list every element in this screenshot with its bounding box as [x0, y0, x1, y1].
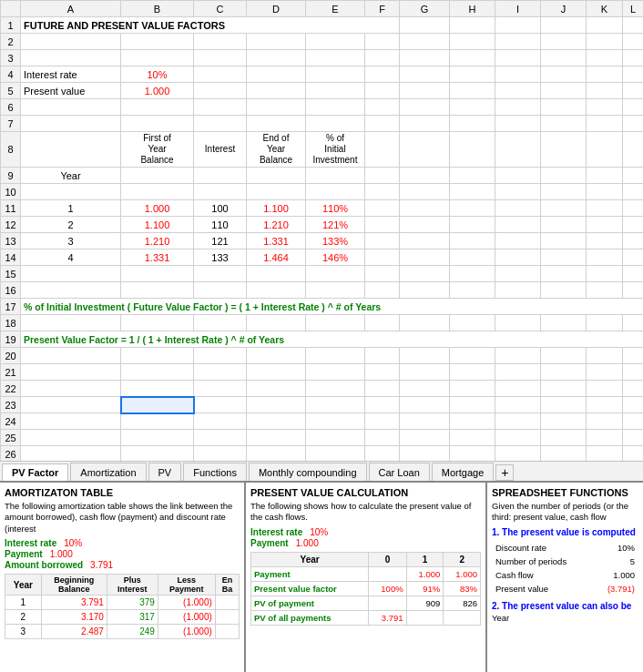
row-header-13[interactable]: 13	[1, 233, 21, 249]
cell-a3[interactable]	[21, 50, 121, 66]
cell-i1[interactable]	[495, 17, 541, 34]
tab-monthly[interactable]: Monthly compounding	[249, 463, 367, 481]
cell-b11[interactable]: 1.000	[121, 200, 194, 217]
cell-e14[interactable]: 146%	[306, 249, 365, 266]
cell-i5[interactable]	[495, 83, 541, 99]
cell-e11[interactable]: 110%	[306, 200, 365, 217]
col-g[interactable]: G	[400, 1, 450, 17]
tab-car-loan[interactable]: Car Loan	[369, 463, 430, 481]
cell-e13[interactable]: 133%	[306, 233, 365, 249]
cell-b3[interactable]	[121, 50, 194, 66]
cell-k3[interactable]	[587, 50, 623, 66]
cell-f4[interactable]	[365, 66, 400, 83]
cell-g4[interactable]	[400, 66, 450, 83]
cell-d5[interactable]	[247, 83, 306, 99]
cell-l3[interactable]	[623, 50, 644, 66]
row-header-14[interactable]: 14	[1, 249, 21, 266]
cell-h1[interactable]	[450, 17, 495, 34]
cell-l1[interactable]	[623, 17, 644, 34]
cell-h4[interactable]	[450, 66, 495, 83]
row-header-8[interactable]: 8	[1, 132, 21, 168]
col-h[interactable]: H	[450, 1, 495, 17]
cell-b12[interactable]: 1.100	[121, 217, 194, 233]
row-header-1[interactable]: 1	[1, 17, 21, 34]
cell-b23[interactable]	[121, 397, 194, 413]
cell-i2[interactable]	[495, 34, 541, 50]
tab-amortization[interactable]: Amortization	[70, 463, 146, 481]
cell-e12[interactable]: 121%	[306, 217, 365, 233]
col-b[interactable]: B	[121, 1, 194, 17]
cell-j3[interactable]	[541, 50, 587, 66]
tab-pv[interactable]: PV	[148, 463, 182, 481]
cell-a9[interactable]: Year	[21, 168, 121, 184]
cell-j5[interactable]	[541, 83, 587, 99]
cell-k1[interactable]	[587, 17, 623, 34]
col-i[interactable]: I	[495, 1, 541, 17]
cell-j4[interactable]	[541, 66, 587, 83]
cell-b14[interactable]: 1.331	[121, 249, 194, 266]
cell-a19[interactable]: Present Value Factor = 1 / ( 1 + Interes…	[21, 331, 644, 348]
cell-i3[interactable]	[495, 50, 541, 66]
cell-c12[interactable]: 110	[194, 217, 247, 233]
col-j[interactable]: J	[541, 1, 587, 17]
cell-d11[interactable]: 1.100	[247, 200, 306, 217]
cell-k2[interactable]	[587, 34, 623, 50]
cell-c13[interactable]: 121	[194, 233, 247, 249]
cell-j2[interactable]	[541, 34, 587, 50]
cell-b13[interactable]: 1.210	[121, 233, 194, 249]
row-header-6[interactable]: 6	[1, 99, 21, 116]
cell-b2[interactable]	[121, 34, 194, 50]
cell-a13[interactable]: 3	[21, 233, 121, 249]
col-f[interactable]: F	[365, 1, 400, 17]
row-header-4[interactable]: 4	[1, 66, 21, 83]
cell-l2[interactable]	[623, 34, 644, 50]
cell-h2[interactable]	[450, 34, 495, 50]
cell-f2[interactable]	[365, 34, 400, 50]
cell-d13[interactable]: 1.331	[247, 233, 306, 249]
cell-c8[interactable]: Interest	[194, 132, 247, 168]
cell-a1[interactable]: FUTURE AND PRESENT VALUE FACTORS	[21, 17, 400, 34]
cell-d12[interactable]: 1.210	[247, 217, 306, 233]
row-header-11[interactable]: 11	[1, 200, 21, 217]
row-header-9[interactable]: 9	[1, 168, 21, 184]
cell-f3[interactable]	[365, 50, 400, 66]
cell-c4[interactable]	[194, 66, 247, 83]
cell-l4[interactable]	[623, 66, 644, 83]
cell-l5[interactable]	[623, 83, 644, 99]
col-a[interactable]: A	[21, 1, 121, 17]
cell-a2[interactable]	[21, 34, 121, 50]
col-e[interactable]: E	[306, 1, 365, 17]
cell-d2[interactable]	[247, 34, 306, 50]
cell-e5[interactable]	[306, 83, 365, 99]
col-d[interactable]: D	[247, 1, 306, 17]
cell-a4[interactable]: Interest rate	[21, 66, 121, 83]
cell-g2[interactable]	[400, 34, 450, 50]
row-header-7[interactable]: 7	[1, 116, 21, 132]
row-header-3[interactable]: 3	[1, 50, 21, 66]
tab-functions[interactable]: Functions	[183, 463, 247, 481]
cell-i4[interactable]	[495, 66, 541, 83]
col-l[interactable]: L	[623, 1, 644, 17]
cell-g1[interactable]	[400, 17, 450, 34]
cell-h3[interactable]	[450, 50, 495, 66]
row-header-5[interactable]: 5	[1, 83, 21, 99]
col-k[interactable]: K	[587, 1, 623, 17]
tab-add-button[interactable]: +	[495, 464, 514, 481]
col-c[interactable]: C	[194, 1, 247, 17]
cell-e4[interactable]	[306, 66, 365, 83]
cell-b5[interactable]: 1.000	[121, 83, 194, 99]
cell-d4[interactable]	[247, 66, 306, 83]
cell-c5[interactable]	[194, 83, 247, 99]
cell-a5[interactable]: Present value	[21, 83, 121, 99]
cell-a12[interactable]: 2	[21, 217, 121, 233]
cell-d8[interactable]: End ofYearBalance	[247, 132, 306, 168]
cell-k4[interactable]	[587, 66, 623, 83]
row-header-12[interactable]: 12	[1, 217, 21, 233]
cell-c14[interactable]: 133	[194, 249, 247, 266]
cell-k5[interactable]	[587, 83, 623, 99]
row-header-10[interactable]: 10	[1, 184, 21, 200]
cell-e3[interactable]	[306, 50, 365, 66]
cell-j1[interactable]	[541, 17, 587, 34]
cell-a14[interactable]: 4	[21, 249, 121, 266]
tab-mortgage[interactable]: Mortgage	[432, 463, 494, 481]
